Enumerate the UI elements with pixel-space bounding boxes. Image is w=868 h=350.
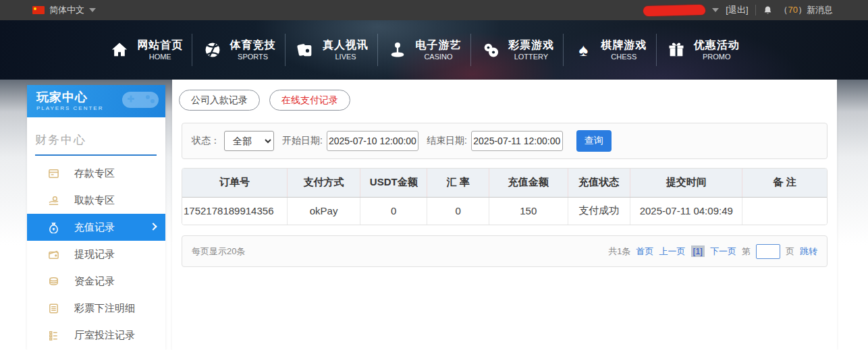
deposit-icon xyxy=(47,167,59,179)
sidebar-item-withdraw[interactable]: 取款专区 xyxy=(27,187,165,214)
start-date-input[interactable] xyxy=(327,131,418,151)
cell-usdt-amount: 0 xyxy=(360,197,427,225)
status-label: 状态： xyxy=(192,135,220,147)
sidebar-item-recharge-records[interactable]: 充值记录 xyxy=(27,214,165,241)
language-selector[interactable]: 简体中文 xyxy=(32,4,96,16)
logout-button[interactable]: [退出] xyxy=(726,4,748,16)
chevron-down-icon[interactable] xyxy=(712,8,719,12)
prev-page-link[interactable]: 上一页 xyxy=(659,245,686,258)
cn-flag-icon xyxy=(32,6,45,14)
section-underline xyxy=(35,154,157,156)
wallet-icon xyxy=(47,248,59,260)
chevron-down-icon xyxy=(89,8,96,12)
nav-item-lives[interactable]: 真人视讯LIVES xyxy=(286,20,378,80)
end-date-label: 结束日期: xyxy=(427,135,467,147)
col-recharge-amount: 充值金额 xyxy=(489,169,568,197)
col-recharge-status: 充值状态 xyxy=(568,169,630,197)
gift-icon xyxy=(666,40,686,60)
page: 简体中文 [退出] （70）新消息 网站首页HOME xyxy=(0,0,868,350)
lottery-icon xyxy=(481,40,501,60)
sidebar-header: 玩家中心 PLAYERS CENTER xyxy=(27,85,165,117)
nav-item-casino[interactable]: 电子游艺CASINO xyxy=(378,20,470,80)
chevron-right-icon xyxy=(149,223,157,230)
joystick-icon xyxy=(387,40,408,60)
status-select[interactable]: 全部 xyxy=(224,131,274,151)
username-redacted xyxy=(643,4,705,16)
jump-suffix-label: 页 xyxy=(786,245,794,258)
gamepad-icon xyxy=(121,88,160,117)
per-page-label: 每页显示20条 xyxy=(192,245,245,258)
table-header-row: 订单号 支付方式 USDT金额 汇 率 充值金额 充值状态 提交时间 备 注 xyxy=(182,169,827,197)
main-nav: 网站首页HOME 体育竞技SPORTS 真人视讯LIVES 电子游艺CASINO xyxy=(0,20,868,80)
cell-recharge-amount: 150 xyxy=(489,197,568,225)
table-row: 1752178189914356 okPay 0 0 150 支付成功 2025… xyxy=(182,197,827,225)
nav-item-home[interactable]: 网站首页HOME xyxy=(100,20,192,80)
col-remark: 备 注 xyxy=(742,169,827,197)
tab-online-payment-records[interactable]: 在线支付记录 xyxy=(269,90,350,111)
moneybag-icon xyxy=(47,221,59,233)
cell-rate: 0 xyxy=(427,197,489,225)
coins-icon xyxy=(47,275,59,287)
language-label: 简体中文 xyxy=(49,4,84,16)
nav-item-chess[interactable]: ♠ 棋牌游戏CHESS xyxy=(564,20,656,80)
topbar: 简体中文 [退出] （70）新消息 xyxy=(0,0,868,20)
sidebar-item-funds-records[interactable]: 资金记录 xyxy=(27,268,165,295)
cell-remark xyxy=(742,197,827,225)
document-icon xyxy=(47,302,59,314)
jump-button[interactable]: 跳转 xyxy=(800,245,817,258)
col-rate: 汇 率 xyxy=(427,169,489,197)
cards-icon xyxy=(295,40,315,60)
message-count: 70 xyxy=(788,5,798,15)
page-jump-input[interactable] xyxy=(756,244,780,259)
col-submit-time: 提交时间 xyxy=(630,169,742,197)
bell-icon[interactable] xyxy=(763,5,773,16)
record-tabs: 公司入款记录 在线支付记录 xyxy=(172,80,837,111)
filter-bar: 状态： 全部 开始日期: 结束日期: 查询 xyxy=(182,123,828,159)
withdraw-icon xyxy=(47,194,59,206)
sidebar: 玩家中心 PLAYERS CENTER 财务中心 存款专区 取款专区 充值记录 xyxy=(27,85,165,350)
sidebar-item-lottery-bet-details[interactable]: 彩票下注明细 xyxy=(27,295,165,322)
sidebar-item-hall-bet-records[interactable]: 厅室投注记录 xyxy=(27,322,165,349)
cell-recharge-status: 支付成功 xyxy=(568,197,630,225)
col-usdt-amount: USDT金额 xyxy=(360,169,427,197)
nav-item-promo[interactable]: 优惠活动PROMO xyxy=(657,20,749,80)
nav-item-lottery[interactable]: 彩票游戏LOTTERY xyxy=(471,20,564,80)
query-button[interactable]: 查询 xyxy=(576,130,612,152)
total-count: 共1条 xyxy=(608,245,630,258)
pagination-bar: 每页显示20条 共1条 首页 上一页 [1] 下一页 第 页 跳转 xyxy=(182,235,828,267)
divider xyxy=(755,5,756,16)
new-messages[interactable]: （70）新消息 xyxy=(780,4,833,16)
first-page-link[interactable]: 首页 xyxy=(636,245,654,258)
records-table: 订单号 支付方式 USDT金额 汇 率 充值金额 充值状态 提交时间 备 注 1… xyxy=(182,169,827,225)
tab-company-deposit-records[interactable]: 公司入款记录 xyxy=(179,90,260,111)
next-page-link[interactable]: 下一页 xyxy=(710,245,736,258)
end-date-input[interactable] xyxy=(471,131,563,151)
col-pay-method: 支付方式 xyxy=(288,169,360,197)
home-icon xyxy=(109,40,130,60)
list-icon xyxy=(47,329,59,341)
cell-order-no: 1752178189914356 xyxy=(182,197,288,225)
current-page[interactable]: [1] xyxy=(691,245,705,257)
sports-icon xyxy=(202,40,223,60)
sidebar-item-deposit[interactable]: 存款专区 xyxy=(27,160,165,187)
start-date-label: 开始日期: xyxy=(282,135,323,147)
col-order-no: 订单号 xyxy=(182,169,288,197)
main-panel: 公司入款记录 在线支付记录 状态： 全部 开始日期: 结束日期: 查询 xyxy=(172,80,837,350)
cell-pay-method: okPay xyxy=(288,197,360,225)
sidebar-section-title: 财务中心 xyxy=(35,132,165,148)
sidebar-item-withdrawal-records[interactable]: 提现记录 xyxy=(27,241,165,268)
records-table-container: 订单号 支付方式 USDT金额 汇 率 充值金额 充值状态 提交时间 备 注 1… xyxy=(182,168,828,225)
jump-prefix-label: 第 xyxy=(742,245,751,258)
message-label: 新消息 xyxy=(807,5,833,15)
cell-submit-time: 2025-07-11 04:09:49 xyxy=(630,197,742,225)
nav-item-sports[interactable]: 体育竞技SPORTS xyxy=(192,20,285,80)
spade-icon: ♠ xyxy=(573,40,593,60)
